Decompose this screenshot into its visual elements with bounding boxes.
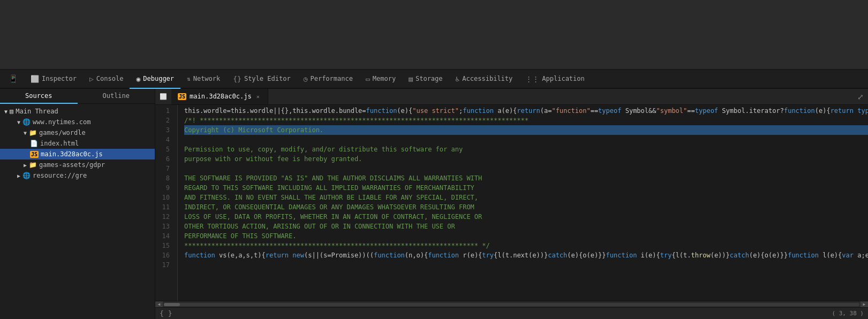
line-num-2: 2 xyxy=(155,116,173,125)
network-icon: ⇅ xyxy=(187,75,191,82)
tab-memory[interactable]: ▭ Memory xyxy=(359,70,402,89)
main-thread-arrow: ▼ xyxy=(4,109,7,115)
tab-console-label: Console xyxy=(96,75,124,82)
line-num-9: 9 xyxy=(155,183,173,193)
code-lines: this.wordle=this.wordle||{},this.wordle.… xyxy=(178,105,868,301)
application-icon: ⋮⋮ xyxy=(525,75,539,83)
file-tab-close-btn[interactable]: ✕ xyxy=(255,93,261,100)
memory-icon: ▭ xyxy=(366,75,370,83)
console-icon: ▷ xyxy=(89,75,94,83)
code-line-6: purpose with or without fee is hereby gr… xyxy=(184,154,868,164)
code-line-4 xyxy=(184,135,868,145)
sidebar-outline-label: Outline xyxy=(102,92,130,100)
inspector-icon: ⬜ xyxy=(31,75,39,83)
code-line-3: Copyright (c) Microsoft Corporation. xyxy=(184,125,868,135)
tab-memory-label: Memory xyxy=(373,75,396,82)
scroll-thumb[interactable] xyxy=(164,303,180,306)
line-num-14: 14 xyxy=(155,231,173,241)
code-line-8: THE SOFTWARE IS PROVIDED "AS IS" AND THE… xyxy=(184,173,868,183)
tab-performance[interactable]: ◷ Performance xyxy=(297,70,359,89)
browser-chrome xyxy=(0,0,868,70)
tab-debugger[interactable]: ◉ Debugger xyxy=(130,70,180,89)
line-num-8: 8 xyxy=(155,173,173,183)
index-html-label: index.html xyxy=(40,140,79,147)
sidebar-tab-outline[interactable]: Outline xyxy=(78,89,155,104)
main-thread-label: Main Thread xyxy=(16,108,58,115)
file-icon-btn[interactable]: ⬜ xyxy=(155,93,171,100)
code-line-9: REGARD TO THIS SOFTWARE INCLUDING ALL IM… xyxy=(184,183,868,193)
games-wordle-expand-arrow: ▼ xyxy=(24,130,27,136)
sidebar-tree: ▼ ▤ Main Thread ▼ 🌐 www.nytimes.com ▼ 📁 … xyxy=(0,104,155,319)
tab-inspector[interactable]: ⬜ Inspector xyxy=(24,70,83,89)
status-bar: { } ( 3, 38 ) xyxy=(155,307,868,319)
tab-network-label: Network xyxy=(193,75,221,82)
status-cursor-position: ( 3, 38 ) xyxy=(832,310,864,317)
sidebar-sources-label: Sources xyxy=(25,92,52,100)
file-tab-js-icon: JS xyxy=(178,93,186,100)
sidebar-tab-sources[interactable]: Sources xyxy=(0,89,78,104)
line-num-3: 3 xyxy=(155,125,173,135)
tab-performance-label: Performance xyxy=(310,75,352,82)
tree-item-index-html[interactable]: 📄 index.html xyxy=(0,138,155,149)
code-line-5: Permission to use, copy, modify, and/or … xyxy=(184,145,868,154)
tab-network[interactable]: ⇅ Network xyxy=(180,70,227,89)
tree-item-games-assets[interactable]: ▶ 📁 games-assets/gdpr xyxy=(0,160,155,170)
main-js-label: main.3d28ac0c.js xyxy=(41,150,103,158)
code-line-14: PERFORMANCE OF THIS SOFTWARE. xyxy=(184,231,868,241)
code-line-2: /*! ************************************… xyxy=(184,116,868,125)
tab-debugger-label: Debugger xyxy=(143,75,174,82)
tab-console[interactable]: ▷ Console xyxy=(83,70,130,89)
code-content[interactable]: 1 2 3 4 5 6 7 8 9 10 11 12 13 14 15 16 1 xyxy=(155,105,868,301)
file-tab-main-js[interactable]: JS main.3d28ac0c.js ✕ xyxy=(171,89,268,104)
nytimes-label: www.nytimes.com xyxy=(33,118,90,126)
tab-storage[interactable]: ▤ Storage xyxy=(402,70,449,89)
code-line-13: OTHER TORTIOUS ACTION, ARISING OUT OF OR… xyxy=(184,222,868,231)
tree-item-resource-gre[interactable]: ▶ 🌐 resource://gre xyxy=(0,170,155,181)
line-num-4: 4 xyxy=(155,135,173,145)
pretty-print-btn[interactable]: { } xyxy=(160,309,172,317)
scroll-right-btn[interactable]: ▶ xyxy=(861,301,868,308)
storage-icon: ▤ xyxy=(409,75,413,83)
file-tab-expand-btn[interactable]: ⤢ xyxy=(853,93,868,101)
games-wordle-icon: 📁 xyxy=(29,129,37,136)
code-line-12: LOSS OF USE, DATA OR PROFITS, WHETHER IN… xyxy=(184,212,868,222)
scroll-track[interactable] xyxy=(164,303,859,306)
line-num-13: 13 xyxy=(155,222,173,231)
code-line-7 xyxy=(184,164,868,173)
style-editor-icon: {} xyxy=(233,75,241,83)
horizontal-scrollbar[interactable]: ◀ ▶ xyxy=(155,301,868,307)
line-num-6: 6 xyxy=(155,154,173,164)
line-numbers: 1 2 3 4 5 6 7 8 9 10 11 12 13 14 15 16 1 xyxy=(155,105,178,301)
nytimes-expand-arrow: ▼ xyxy=(17,119,20,125)
devtools-tabs-bar: 📱 ⬜ Inspector ▷ Console ◉ Debugger ⇅ Net… xyxy=(0,70,868,89)
tree-item-games-wordle[interactable]: ▼ 📁 games/wordle xyxy=(0,127,155,138)
line-num-7: 7 xyxy=(155,164,173,173)
tab-accessibility[interactable]: ♿ Accessibility xyxy=(449,70,519,89)
main-thread-icon: ▤ xyxy=(10,108,13,115)
main-js-icon: JS xyxy=(30,151,39,158)
line-num-16: 16 xyxy=(155,250,173,260)
accessibility-icon: ♿ xyxy=(456,75,460,83)
tree-item-nytimes[interactable]: ▼ 🌐 www.nytimes.com xyxy=(0,117,155,127)
resource-gre-expand-arrow: ▶ xyxy=(17,173,20,179)
line-num-17: 17 xyxy=(155,260,173,270)
tab-storage-label: Storage xyxy=(416,75,443,82)
tab-device-toolbar[interactable]: 📱 xyxy=(2,70,24,89)
code-line-16: function vs(e,a,s,t){return new(s||(s=Pr… xyxy=(184,250,868,260)
devtools-body: Sources Outline ▼ ▤ Main Thread ▼ 🌐 www.… xyxy=(0,89,868,319)
code-line-11: INDIRECT, OR CONSEQUENTIAL DAMAGES OR AN… xyxy=(184,202,868,212)
line-num-11: 11 xyxy=(155,202,173,212)
tab-style-editor[interactable]: {} Style Editor xyxy=(227,70,297,89)
tree-item-main-js[interactable]: JS main.3d28ac0c.js xyxy=(0,149,155,160)
nytimes-icon: 🌐 xyxy=(22,118,31,126)
games-assets-label: games-assets/gdpr xyxy=(39,161,105,169)
code-area: 1 2 3 4 5 6 7 8 9 10 11 12 13 14 15 16 1 xyxy=(155,105,868,307)
tree-main-thread[interactable]: ▼ ▤ Main Thread xyxy=(0,106,155,117)
device-toolbar-icon: 📱 xyxy=(9,74,18,83)
games-wordle-label: games/wordle xyxy=(39,129,86,136)
code-line-10: AND FITNESS. IN NO EVENT SHALL THE AUTHO… xyxy=(184,193,868,202)
tab-application[interactable]: ⋮⋮ Application xyxy=(519,70,591,89)
scroll-left-btn[interactable]: ◀ xyxy=(155,301,163,308)
file-tabs-bar: ⬜ JS main.3d28ac0c.js ✕ ⤢ xyxy=(155,89,868,105)
sidebar-header: Sources Outline xyxy=(0,89,155,104)
